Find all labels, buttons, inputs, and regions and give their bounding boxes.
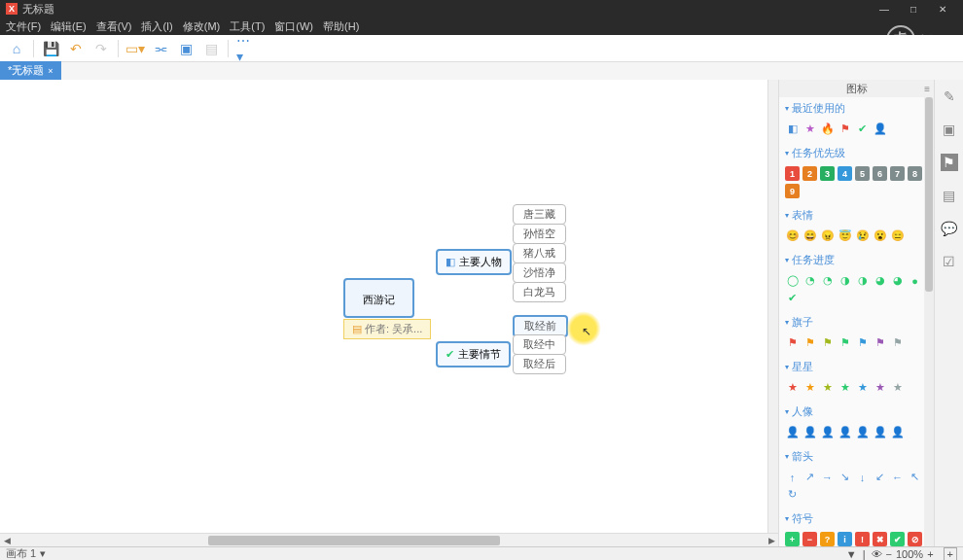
emoji-smile-icon[interactable]: 😊 bbox=[785, 228, 800, 243]
star-blue-icon[interactable]: ★ bbox=[855, 380, 870, 395]
notes-icon[interactable]: ▤ bbox=[941, 187, 958, 204]
person-lime-icon[interactable]: 👤 bbox=[820, 425, 835, 439]
canvas-area[interactable]: 西游记 ▤作者: 吴承... ◧主要人物 ✔主要情节 唐三藏 孙悟空 猪八戒 沙… bbox=[0, 80, 778, 546]
sheet-name[interactable]: 画布 1 bbox=[6, 546, 36, 560]
flag-icon[interactable]: ⚑ bbox=[838, 122, 852, 136]
minimize-button[interactable]: — bbox=[870, 4, 899, 15]
emoji-cry-icon[interactable]: 😢 bbox=[855, 228, 870, 243]
folder-icon[interactable]: ▭▾ bbox=[126, 40, 144, 57]
zoom-level[interactable]: 100% bbox=[896, 548, 923, 560]
star-red-icon[interactable]: ★ bbox=[785, 380, 800, 395]
menu-file[interactable]: 文件(F) bbox=[6, 19, 41, 34]
section-stars[interactable]: 星星 bbox=[783, 356, 930, 378]
arrow-downright-icon[interactable]: ↘ bbox=[838, 470, 852, 484]
person-icon[interactable]: 👤 bbox=[873, 122, 887, 136]
sym-question-icon[interactable]: ? bbox=[820, 532, 835, 546]
close-button[interactable]: ✕ bbox=[928, 4, 957, 15]
section-emoji[interactable]: 表情 bbox=[783, 204, 930, 227]
scroll-left-icon[interactable]: ◀ bbox=[0, 536, 14, 545]
priority-1[interactable]: 1 bbox=[785, 166, 800, 181]
section-arrows[interactable]: 箭头 bbox=[783, 445, 930, 468]
arrow-downleft-icon[interactable]: ↙ bbox=[873, 470, 887, 484]
branch-plot[interactable]: ✔主要情节 bbox=[436, 341, 511, 368]
emoji-laugh-icon[interactable]: 😄 bbox=[802, 228, 817, 243]
menu-edit[interactable]: 编辑(E) bbox=[51, 19, 87, 34]
panel-settings-icon[interactable]: ≡ bbox=[924, 84, 930, 94]
branch-characters[interactable]: ◧主要人物 bbox=[436, 249, 512, 275]
person-gray-icon[interactable]: 👤 bbox=[890, 425, 905, 439]
menu-modify[interactable]: 修改(M) bbox=[183, 19, 221, 34]
leaf-node[interactable]: 取经后 bbox=[513, 354, 566, 374]
menu-insert[interactable]: 插入(I) bbox=[141, 19, 172, 34]
more-icon[interactable]: ⋯▾ bbox=[236, 40, 254, 57]
emoji-halo-icon[interactable]: 😇 bbox=[838, 228, 852, 243]
priority-8[interactable]: 8 bbox=[908, 166, 922, 181]
marker-tab-icon[interactable]: ⚑ bbox=[941, 154, 958, 171]
progress-62-icon[interactable]: ◕ bbox=[873, 273, 887, 288]
task-icon[interactable]: ☑ bbox=[941, 253, 958, 270]
person-orange-icon[interactable]: 👤 bbox=[802, 425, 817, 439]
eye-icon[interactable]: 👁 bbox=[872, 548, 882, 560]
scroll-thumb[interactable] bbox=[208, 536, 500, 545]
leaf-node[interactable]: 孙悟空 bbox=[513, 224, 566, 244]
arrow-upright-icon[interactable]: ↗ bbox=[802, 470, 817, 484]
person-red-icon[interactable]: 👤 bbox=[785, 425, 800, 439]
progress-done-icon[interactable]: ✔ bbox=[785, 291, 800, 305]
sym-info-icon[interactable]: i bbox=[838, 532, 852, 546]
flag-red-icon[interactable]: ⚑ bbox=[785, 335, 800, 350]
priority-2[interactable]: 2 bbox=[802, 166, 817, 181]
progress-50-icon[interactable]: ◑ bbox=[855, 273, 870, 288]
leaf-node[interactable]: 取经中 bbox=[513, 334, 566, 355]
redo-icon[interactable]: ↷ bbox=[92, 40, 110, 57]
tab-untitled[interactable]: *无标题 × bbox=[0, 61, 61, 80]
flag-blue-icon[interactable]: ⚑ bbox=[855, 335, 870, 350]
emoji-angry-icon[interactable]: 😠 bbox=[820, 228, 835, 243]
root-node[interactable]: 西游记 bbox=[343, 278, 414, 318]
tab-close-icon[interactable]: × bbox=[48, 66, 53, 76]
link-icon[interactable]: ⫘ bbox=[152, 40, 169, 57]
boundary-icon[interactable]: ▣ bbox=[177, 40, 195, 57]
undo-icon[interactable]: ↶ bbox=[67, 40, 85, 57]
person-purple-icon[interactable]: 👤 bbox=[873, 425, 887, 439]
star-green-icon[interactable]: ★ bbox=[838, 380, 852, 395]
progress-12-icon[interactable]: ◔ bbox=[802, 273, 817, 288]
priority-6[interactable]: 6 bbox=[873, 166, 887, 181]
progress-100-icon[interactable]: ● bbox=[908, 273, 922, 288]
section-people[interactable]: 人像 bbox=[783, 401, 930, 423]
leaf-node[interactable]: 唐三藏 bbox=[513, 204, 566, 225]
image-icon[interactable]: ▣ bbox=[941, 121, 958, 138]
section-symbols[interactable]: 符号 bbox=[783, 508, 930, 530]
menu-help[interactable]: 帮助(H) bbox=[323, 19, 359, 34]
horizontal-scrollbar[interactable]: ◀ ▶ bbox=[0, 533, 778, 546]
star-icon[interactable]: ★ bbox=[802, 122, 817, 136]
sheet-menu-icon[interactable]: ▾ bbox=[40, 547, 46, 560]
home-icon[interactable]: ⌂ bbox=[8, 40, 25, 57]
priority-5[interactable]: 5 bbox=[855, 166, 870, 181]
star-orange-icon[interactable]: ★ bbox=[802, 380, 817, 395]
progress-37-icon[interactable]: ◑ bbox=[838, 273, 852, 288]
section-flags[interactable]: 旗子 bbox=[783, 311, 930, 333]
priority-4[interactable]: 4 bbox=[838, 166, 852, 181]
author-note[interactable]: ▤作者: 吴承... bbox=[343, 319, 431, 339]
star-lime-icon[interactable]: ★ bbox=[820, 380, 835, 395]
emoji-neutral-icon[interactable]: 😑 bbox=[890, 228, 905, 243]
flag-orange-icon[interactable]: ⚑ bbox=[802, 335, 817, 350]
flag-purple-icon[interactable]: ⚑ bbox=[873, 335, 887, 350]
fire-icon[interactable]: 🔥 bbox=[820, 122, 835, 136]
sym-right-icon[interactable]: ✔ bbox=[890, 532, 905, 546]
menu-view[interactable]: 查看(V) bbox=[96, 19, 132, 34]
sym-noentry-icon[interactable]: ⊘ bbox=[908, 532, 922, 546]
person-green-icon[interactable]: 👤 bbox=[838, 425, 852, 439]
summary-icon[interactable]: ▤ bbox=[202, 40, 220, 57]
section-progress[interactable]: 任务进度 bbox=[783, 249, 930, 271]
vertical-scrollbar[interactable] bbox=[767, 80, 778, 533]
section-recent[interactable]: 最近使用的 bbox=[783, 97, 930, 120]
flag-gray-icon[interactable]: ⚑ bbox=[890, 335, 905, 350]
brush-icon[interactable]: ✎ bbox=[941, 88, 958, 105]
scroll-right-icon[interactable]: ▶ bbox=[765, 536, 778, 545]
sym-minus-icon[interactable]: − bbox=[802, 532, 817, 546]
add-sheet-button[interactable]: + bbox=[944, 547, 957, 561]
progress-75-icon[interactable]: ◕ bbox=[890, 273, 905, 288]
save-icon[interactable]: 💾 bbox=[42, 40, 59, 57]
arrow-refresh-icon[interactable]: ↻ bbox=[785, 487, 800, 502]
